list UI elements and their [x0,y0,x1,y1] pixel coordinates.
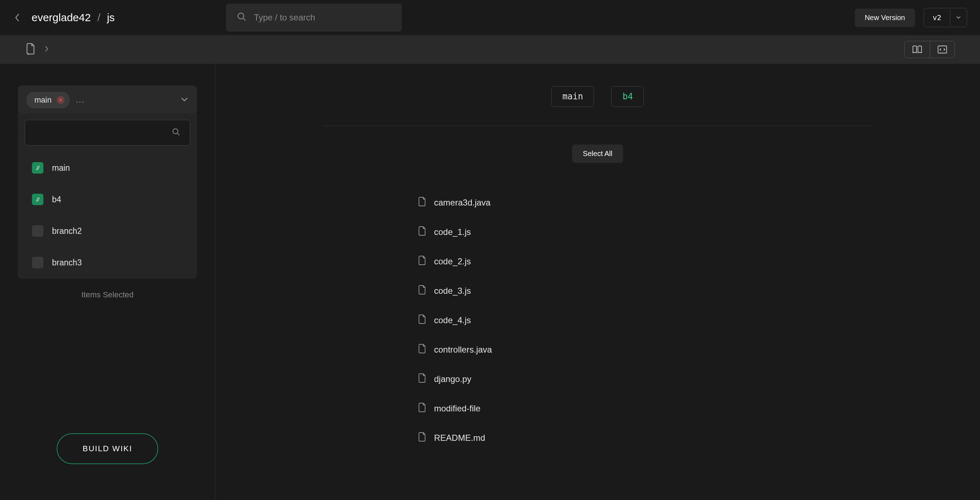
items-selected-label: Items Selected [18,290,197,299]
branch-list-item-label: b4 [52,195,61,204]
view-mode-code-button[interactable] [930,41,955,58]
file-icon [418,255,426,268]
file-list: camera3d.javacode_1.jscode_2.jscode_3.js… [418,188,777,453]
branch-selector[interactable]: main ✕ ... [18,85,197,115]
file-item-name: code_4.js [434,315,471,325]
sub-header-left [25,43,49,56]
file-item[interactable]: code_3.js [418,276,777,306]
repo-icon [25,43,36,56]
branch-pill[interactable]: b4 [611,86,644,107]
branch-dropdown: ⫽main⫽b4branch2branch3 [18,113,197,279]
breadcrumb-separator: / [97,11,100,23]
file-item-name: code_2.js [434,256,471,266]
select-all-button[interactable]: Select All [572,145,623,163]
file-icon [418,403,426,415]
file-item[interactable]: code_2.js [418,247,777,276]
file-item-name: code_3.js [434,286,471,296]
branch-chip-label: main [35,96,52,105]
checkbox-unchecked-icon[interactable] [32,225,43,237]
breadcrumb-owner[interactable]: everglade42 [32,11,91,23]
version-select-label: v2 [924,8,950,27]
branch-list-item-label: branch2 [52,226,82,236]
file-icon [418,344,426,356]
top-header: everglade42 / js New Version v2 [0,0,980,35]
new-version-button[interactable]: New Version [855,9,915,27]
file-item[interactable]: modified-file [418,394,777,423]
file-item[interactable]: README.md [418,423,777,453]
file-item-name: controllers.java [434,345,492,355]
file-item-name: README.md [434,433,485,443]
main-layout: main ✕ ... ⫽main⫽b4branch2branch3 Items … [0,64,980,500]
chevron-right-icon [45,45,49,54]
svg-point-0 [238,13,243,19]
branch-list: ⫽main⫽b4branch2branch3 [18,152,197,278]
close-icon[interactable]: ✕ [57,96,65,104]
breadcrumb: everglade42 / js [32,11,115,24]
file-item[interactable]: code_4.js [418,306,777,335]
sub-header [0,35,980,64]
branch-chip: main ✕ [27,92,70,108]
header-right: New Version v2 [855,8,967,27]
checkbox-unchecked-icon[interactable] [32,257,43,268]
branch-more-indicator: ... [76,96,85,105]
build-wiki-button[interactable]: BUILD WIKI [57,433,158,464]
view-toggle [904,41,955,58]
sub-header-right [904,41,955,58]
checkbox-checked-icon[interactable]: ⫽ [32,162,43,174]
file-item[interactable]: django.py [418,365,777,394]
sidebar: main ✕ ... ⫽main⫽b4branch2branch3 Items … [0,64,215,500]
file-icon [418,285,426,297]
file-item-name: camera3d.java [434,197,490,208]
chevron-down-icon[interactable] [950,10,967,26]
branch-pill[interactable]: main [551,86,594,107]
file-item-name: modified-file [434,403,480,414]
file-item[interactable]: code_1.js [418,217,777,247]
search-input[interactable] [254,13,391,22]
branch-list-item[interactable]: ⫽b4 [18,184,197,215]
branch-list-item-label: branch3 [52,258,82,268]
chevron-down-icon[interactable] [180,97,188,103]
file-icon [418,197,426,209]
file-icon [418,432,426,444]
breadcrumb-repo[interactable]: js [107,11,115,23]
file-icon [418,373,426,385]
divider [323,126,872,126]
search-icon [172,128,180,138]
file-icon [418,226,426,238]
search-box[interactable] [226,3,402,32]
checkbox-checked-icon[interactable]: ⫽ [32,194,43,205]
back-button[interactable] [13,13,22,22]
file-item-name: django.py [434,374,471,384]
file-item-name: code_1.js [434,227,471,237]
branch-list-item-label: main [52,163,70,173]
content: mainb4 Select All camera3d.javacode_1.js… [215,64,980,500]
view-mode-reader-button[interactable] [905,41,930,58]
svg-point-2 [173,129,178,134]
branch-search-input[interactable] [35,128,172,137]
branch-list-item[interactable]: ⫽main [18,152,197,184]
version-select[interactable]: v2 [924,8,967,27]
file-icon [418,314,426,326]
file-item[interactable]: camera3d.java [418,188,777,217]
file-item[interactable]: controllers.java [418,335,777,365]
branch-list-item[interactable]: branch3 [18,247,197,278]
branch-search[interactable] [25,120,190,146]
branch-list-item[interactable]: branch2 [18,215,197,247]
search-icon [237,12,247,23]
branch-pills: mainb4 [276,86,919,107]
svg-rect-1 [938,46,947,53]
